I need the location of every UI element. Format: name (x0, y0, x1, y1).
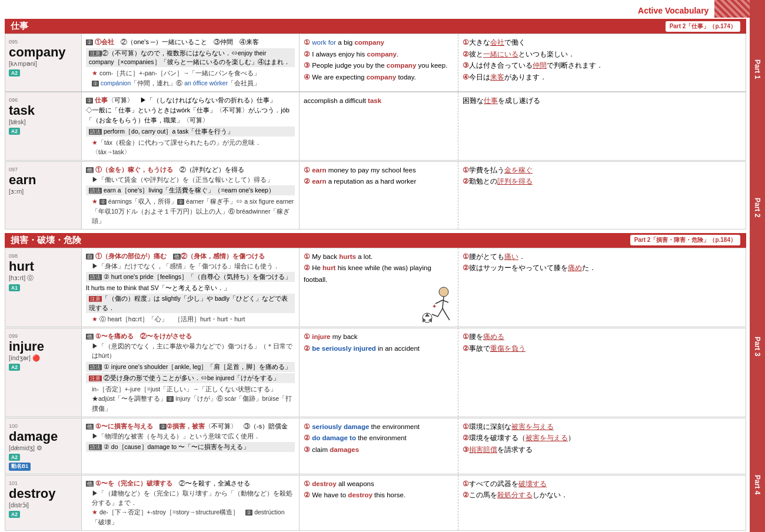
example-1-destroy: ① destroy all weapons (304, 478, 454, 490)
note-destroy-1: ▶「（建物など）を（完全に）取り壊す」から「（動物など）を殺処分する」まで． (86, 488, 295, 508)
example-2-earn: ② earn a reputation as a hard worker (304, 176, 454, 188)
jp-4-company: ④今日は来客があります． (463, 72, 741, 84)
def-earn-main: 他 ①（金を）稼ぐ，もうける ②（評判など）を得る (86, 165, 295, 175)
phonetic-task: [tǽsk] (9, 118, 26, 125)
note-destroy-2: ★ de-［下→否定］+-stroy［=story→structure構造］ ②… (86, 507, 295, 527)
entry-company: 095 company [kʌmpəni] A2 ② ①会社 ②（one's ─… (5, 34, 746, 92)
level-damage-b1: 動名B1 (9, 463, 31, 471)
part3-text: Part 3 (753, 337, 761, 356)
example-1-earn: ① earn money to pay my school fees (304, 165, 454, 177)
example-4-company: ④ We are expecting company today. (304, 72, 454, 84)
section-title-shigoto: 仕事 Part 2「仕事」（p.174） (5, 19, 746, 34)
word-col-hurt: 098 hurt [hɜːrt] ⓪ A1 (5, 248, 82, 327)
example-col-injure: ① injure my back ② be seriously injured … (300, 328, 458, 416)
phonetic-hurt: [hɜːrt] ⓪ (9, 274, 34, 281)
def-col-destroy: 他 ①〜を（完全に）破壊する ②〜を殺す，全滅させる ▶「（建物など）を（完全に… (82, 476, 300, 530)
example-2-destroy: ② We have to destroy this horse. (304, 490, 454, 501)
example-col-earn: ① earn money to pay my school fees ② ear… (300, 162, 458, 229)
note-injure-4: in-［否定］+-jure［=just「正しい」→「正しくない状態にする」 ★a… (86, 384, 295, 413)
section-title-songai: 損害・破壊・危険 Part 2「損害・障害・危険」（p.184） (5, 233, 746, 248)
def-task-main: ② 仕事〈可算〉 ▶「（しなければならない骨の折れる）仕事」 (86, 95, 295, 105)
def-task-note1: ◇一般に「仕事」というときはwórk「仕事」〈不可算〉がふつう．jób「（お金を… (86, 105, 295, 125)
level-task: A2 (9, 128, 20, 135)
def-col-earn: 他 ①（金を）稼ぐ，もうける ②（評判など）を得る ▶「働いて賃金（や評判など）… (82, 162, 300, 229)
note-hurt-1: ▶「身体」だけでなく，「感情」を「傷つける」場合にも使う． (86, 261, 295, 271)
phonetic-injure: [índʒər] 🔴 (9, 354, 40, 361)
jp-2-destroy: ②この馬を殺処分するしかない． (463, 490, 741, 501)
entry-num-096: 096 (9, 97, 18, 103)
note-hurt-3: It hurts me to think that SV「〜と考えると辛い．」 (86, 283, 295, 292)
note-company-2: ★ com-［共に］+-pan-［パン］→「一緒にパンを食べる」 (86, 68, 295, 78)
entry-damage: 100 damage [dǽmidʒ] ⚙ A2 動名B1 他 ①〜に損害を与え… (5, 418, 746, 474)
part1-text: Part 1 (753, 59, 761, 79)
word-col-injure: 099 injure [índʒər] 🔴 A2 (5, 328, 82, 416)
jp-3-company: ③人は付き合っている仲間で判断されます． (463, 60, 741, 72)
word-damage: damage (9, 429, 58, 444)
note-injure-2: 語法 ① injure one's shoulder［ankle, leg］「肩… (86, 362, 295, 372)
svg-line-6 (443, 308, 447, 315)
jp-col-destroy: ①すべての武器を破壊する ②この馬を殺処分するしかない． (458, 476, 746, 530)
section-title-text: 仕事 (11, 21, 28, 32)
example-3-company: ③ People judge you by the company you ke… (304, 60, 454, 72)
def-icon-company: ② (86, 39, 93, 45)
jp-task: 困難な仕事を成し遂げる (463, 95, 741, 107)
main-content: Active Vocabulary ［最重要］ 仕事 Part 2「仕事」（p.… (0, 0, 765, 532)
entry-num-099: 099 (9, 333, 18, 339)
example-1-damage: ① seriously damage the environment (304, 421, 454, 433)
example-col-task: accomplish a difficult task (300, 92, 458, 160)
jp-2-damage: ②環境を破壊する（被害を与える） (463, 433, 741, 444)
def-damage-main: 他 ①〜に損害を与える ②②損害，被害〈不可算〉 ③（-s）賠償金 (86, 421, 295, 431)
note-earn-1: ▶「働いて賃金（や評判など）を（正当な報いとして）得る」 (86, 175, 295, 184)
def-col-task: ② 仕事〈可算〉 ▶「（しなければならない骨の折れる）仕事」 ◇一般に「仕事」と… (82, 92, 300, 160)
jp-col-task: 困難な仕事を成し遂げる (458, 92, 746, 160)
entry-num-095: 095 (9, 39, 18, 45)
note-injure-3: 注意 ②受け身の形で使うことが多い．⇔be injured「けがをする」 (86, 373, 295, 383)
def-col-hurt: 自 ①（身体の部位が）痛む 他②（身体，感情）を傷つける ▶「身体」だけでなく，… (82, 248, 300, 327)
note-earn-2: 語法 earn a［one's］living「生活費を稼ぐ」（=earn one… (86, 185, 295, 195)
svg-line-7 (447, 315, 450, 320)
jp-col-damage: ①環境に深刻な被害を与える ②環境を破壊する（被害を与える） ③損害賠償を請求す… (458, 418, 746, 474)
svg-point-0 (439, 287, 448, 297)
entry-task: 096 task [tǽsk] A2 ② 仕事〈可算〉 ▶「（しなければならない… (5, 92, 746, 161)
part-label-4: Part 4 (750, 415, 765, 532)
jp-3-damage: ③損害賠償を請求する (463, 444, 741, 456)
example-1-hurt: ① My back hurts a lot. (304, 251, 454, 263)
example-2-damage: ② do damage to the environment (304, 433, 454, 444)
part-label-2: Part 2 (750, 138, 765, 277)
note-hurt-4: 注意「（傷の）程度」は slightly「少し」や badly「ひどく」などで表… (86, 294, 295, 312)
example-1-injure: ① injure my back (304, 331, 454, 343)
entry-num-097: 097 (9, 167, 18, 172)
word-col-task: 096 task [tǽsk] A2 (5, 92, 82, 160)
word-task: task (9, 103, 35, 118)
jp-col-hurt: ①腰がとても痛い． ②彼はサッカーをやっていて膝を痛めた． (458, 248, 746, 327)
level-company: A2 (9, 69, 20, 77)
def-text-company: ①会社 ②（one's ─）一緒にいること ③仲間 ④来客 (95, 38, 259, 45)
example-col-damage: ① seriously damage the environment ② do … (300, 418, 458, 474)
word-col-damage: 100 damage [dǽmidʒ] ⚙ A2 動名B1 (5, 418, 82, 474)
word-injure: injure (9, 339, 44, 354)
jp-col-company: ①大きな会社で働く ②彼と一緒にいるといつも楽しい． ③人は付き合っている仲間で… (458, 34, 746, 91)
part-badge-songai: Part 2「損害・障害・危険」（p.184） (630, 235, 740, 245)
example-1-company: ① work for a big company (304, 37, 454, 49)
jp-2-injure: ②事故で重傷を負う (463, 343, 741, 355)
active-vocab-title: Active Vocabulary (638, 6, 709, 15)
section-shigoto: 仕事 Part 2「仕事」（p.174） 095 company [kʌmpən… (5, 19, 746, 230)
page-header: Active Vocabulary ［最重要］ (5, 5, 746, 19)
phonetic-damage: [dǽmidʒ] ⚙ (9, 444, 42, 451)
word-col-earn: 097 earn [ɜːrn] (5, 162, 82, 229)
level-injure: A2 (9, 364, 20, 371)
jp-col-earn: ①学費を払う金を稼ぐ ②勤勉との評判を得る (458, 162, 746, 229)
entry-earn: 097 earn [ɜːrn] 他 ①（金を）稼ぐ，もうける ②（評判など）を得… (5, 161, 746, 230)
word-col-destroy: 101 destroy [distrɔ́i] A2 (5, 476, 82, 530)
word-earn: earn (9, 172, 36, 187)
example-task: accomplish a difficult task (304, 95, 454, 107)
jp-2-company: ②彼と一緒にいるといつも楽しい． (463, 49, 741, 61)
hurt-illustration: ✦ (414, 286, 455, 324)
level-destroy: A2 (9, 511, 20, 518)
word-company: company (9, 45, 66, 59)
note-hurt-5: ★ ⓪ heart［hɑːrt］「心」 ［活用］hurt・hurt・hurt (86, 314, 295, 324)
entry-num-100: 100 (9, 423, 18, 429)
example-col-hurt: ① My back hurts a lot. ② He hurt his kne… (300, 248, 458, 327)
note-damage-1: ▶「物理的な被害（を与える）」という意味で広く使用． (86, 431, 295, 441)
phonetic-earn: [ɜːrn] (9, 188, 24, 195)
